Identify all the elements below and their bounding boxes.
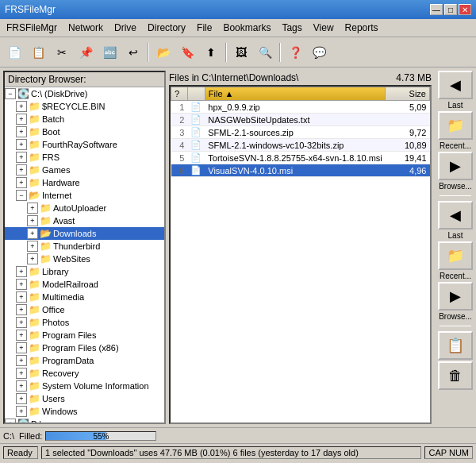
toolbar-btn-7[interactable]: 📂 — [152, 41, 175, 64]
tree-expander-recycle[interactable]: + — [16, 101, 27, 112]
table-row[interactable]: 3📄SFML-2.1-sources.zip9,72 — [171, 126, 430, 139]
tree-item-photos[interactable]: +📁Photos — [5, 316, 164, 329]
tree-expander-thunderbird[interactable]: + — [27, 241, 38, 252]
toolbar-btn-4[interactable]: 🔤 — [98, 41, 121, 64]
tree-expander-avast[interactable]: + — [27, 215, 38, 226]
tree-expander-downloads[interactable]: + — [27, 228, 38, 239]
side-browse-btn-2[interactable]: ▶ — [438, 282, 473, 311]
tree-item-recycle[interactable]: +📁$RECYCLE.BIN — [5, 100, 164, 113]
tree-item-boot[interactable]: +📁Boot — [5, 125, 164, 138]
tree-expander-d-drive[interactable]: + — [5, 419, 16, 422]
files-list[interactable]: ? File ▲ Size 1📄hpx_0.9.9.zip5,092📄NASGW… — [171, 87, 430, 422]
tree-expander-programdata[interactable]: + — [16, 355, 27, 366]
tree-expander-batch[interactable]: + — [16, 114, 27, 125]
minimize-button[interactable]: — — [430, 4, 443, 15]
table-row[interactable]: 2📄NASGWebSiteUpdates.txt — [171, 114, 430, 126]
menu-item-view[interactable]: View — [309, 21, 339, 35]
menu-item-file[interactable]: File — [192, 21, 217, 35]
tree-item-programdata[interactable]: +📁ProgramData — [5, 354, 164, 367]
folder-icon-modelrailroad: 📁 — [29, 279, 40, 290]
side-copy-btn[interactable]: 📋 — [438, 331, 473, 360]
side-recent-btn-2[interactable]: 📁 — [438, 241, 473, 270]
side-last-btn-2[interactable]: ◀ — [438, 201, 473, 230]
tree-item-batch[interactable]: +📁Batch — [5, 113, 164, 125]
tree-expander-websites[interactable]: + — [27, 253, 38, 264]
menu-item-network[interactable]: Network — [63, 21, 108, 35]
col-num[interactable]: ? — [171, 87, 188, 101]
menu-item-bookmarks[interactable]: Bookmarks — [218, 21, 275, 35]
tree-expander-users[interactable]: + — [16, 393, 27, 404]
tree-expander-windows[interactable]: + — [16, 406, 27, 417]
side-last-btn-1[interactable]: ◀ — [438, 71, 473, 99]
tree-item-c-drive[interactable]: −💽C:\ (DiskDrive) — [5, 87, 164, 100]
tree-item-users[interactable]: +📁Users — [5, 392, 164, 405]
side-recent-btn-1[interactable]: 📁 — [438, 111, 473, 140]
tree-item-websites[interactable]: +📁WebSites — [5, 253, 164, 265]
maximize-button[interactable]: □ — [444, 4, 457, 15]
tree-item-multimedia[interactable]: +📁Multimedia — [5, 291, 164, 303]
side-browse-btn-1[interactable]: ▶ — [438, 152, 473, 180]
toolbar-btn-5[interactable]: ↩ — [122, 41, 144, 64]
tree-expander-library[interactable]: + — [16, 266, 27, 277]
directory-tree[interactable]: −💽C:\ (DiskDrive)+📁$RECYCLE.BIN+📁Batch+📁… — [5, 87, 164, 422]
tree-expander-c-drive[interactable]: − — [5, 88, 16, 99]
tree-item-games[interactable]: +📁Games — [5, 164, 164, 176]
menu-item-reports[interactable]: Reports — [340, 21, 383, 35]
tree-expander-fourthray[interactable]: + — [16, 139, 27, 150]
tree-item-modelrailroad[interactable]: +📁ModelRailroad — [5, 278, 164, 291]
toolbar-btn-8[interactable]: 🔖 — [176, 41, 198, 64]
tree-expander-games[interactable]: + — [16, 164, 27, 176]
table-row[interactable]: 6📄VisualSVN-4.0.10.msi4,96 — [171, 164, 430, 177]
drive-label: C:\ — [3, 431, 14, 441]
menu-item-drive[interactable]: Drive — [109, 21, 141, 35]
table-row[interactable]: 4📄SFML-2.1-windows-vc10-32bits.zip10,89 — [171, 139, 430, 152]
toolbar-btn-3[interactable]: 📌 — [75, 41, 97, 64]
col-size[interactable]: Size — [386, 87, 430, 101]
tree-expander-hardware[interactable]: + — [16, 177, 27, 188]
tree-item-office[interactable]: +📁Office — [5, 303, 164, 316]
side-delete-btn[interactable]: 🗑 — [438, 361, 473, 390]
menu-item-directory[interactable]: Directory — [143, 21, 190, 35]
tree-expander-recovery[interactable]: + — [16, 368, 27, 379]
tree-item-recovery[interactable]: +📁Recovery — [5, 367, 164, 380]
tree-item-frs[interactable]: +📁FRS — [5, 151, 164, 164]
tree-expander-internet[interactable]: − — [16, 190, 27, 201]
col-name[interactable]: File ▲ — [205, 87, 386, 101]
tree-expander-programfiles86[interactable]: + — [16, 342, 27, 353]
toolbar-btn-9[interactable]: ⬆ — [200, 41, 222, 64]
tree-expander-autouploader[interactable]: + — [27, 203, 38, 214]
tree-item-avast[interactable]: +📁Avast — [5, 214, 164, 227]
toolbar-btn-2[interactable]: ✂ — [51, 41, 73, 64]
tree-item-d-drive[interactable]: +💽D:\ — [5, 418, 164, 422]
toolbar-btn-15[interactable]: 💬 — [308, 41, 330, 64]
tree-expander-modelrailroad[interactable]: + — [16, 279, 27, 290]
tree-expander-programfiles[interactable]: + — [16, 330, 27, 341]
toolbar-btn-11[interactable]: 🖼 — [230, 41, 252, 64]
tree-item-programfiles[interactable]: +📁Program Files — [5, 329, 164, 341]
tree-expander-boot[interactable]: + — [16, 126, 27, 137]
toolbar-btn-14[interactable]: ❓ — [284, 41, 306, 64]
tree-expander-frs[interactable]: + — [16, 152, 27, 163]
tree-expander-systemvol[interactable]: + — [16, 380, 27, 392]
tree-item-internet[interactable]: −📂Internet — [5, 189, 164, 202]
table-row[interactable]: 1📄hpx_0.9.9.zip5,09 — [171, 101, 430, 114]
tree-expander-office[interactable]: + — [16, 304, 27, 315]
tree-item-hardware[interactable]: +📁Hardware — [5, 176, 164, 189]
toolbar-btn-12[interactable]: 🔍 — [254, 41, 276, 64]
close-button[interactable]: ✕ — [459, 4, 471, 15]
tree-item-systemvol[interactable]: +📁System Volume Information — [5, 380, 164, 392]
menu-item-frsfilemgr[interactable]: FRSFileMgr — [2, 21, 62, 35]
menu-item-tags[interactable]: Tags — [277, 21, 306, 35]
toolbar-btn-1[interactable]: 📋 — [27, 41, 49, 64]
table-row[interactable]: 5📄TortoiseSVN-1.8.8.25755-x64-svn-1.8.10… — [171, 152, 430, 164]
tree-item-downloads[interactable]: +📂Downloads — [5, 227, 164, 240]
tree-item-windows[interactable]: +📁Windows — [5, 405, 164, 418]
toolbar-btn-0[interactable]: 📄 — [3, 41, 25, 64]
tree-item-programfiles86[interactable]: +📁Program Files (x86) — [5, 341, 164, 354]
tree-expander-multimedia[interactable]: + — [16, 291, 27, 303]
tree-item-thunderbird[interactable]: +📁Thunderbird — [5, 240, 164, 253]
tree-expander-photos[interactable]: + — [16, 317, 27, 328]
tree-item-autouploader[interactable]: +📁AutoUploader — [5, 202, 164, 214]
tree-item-fourthray[interactable]: +📁FourthRaySoftware — [5, 138, 164, 151]
tree-item-library[interactable]: +📁Library — [5, 265, 164, 278]
